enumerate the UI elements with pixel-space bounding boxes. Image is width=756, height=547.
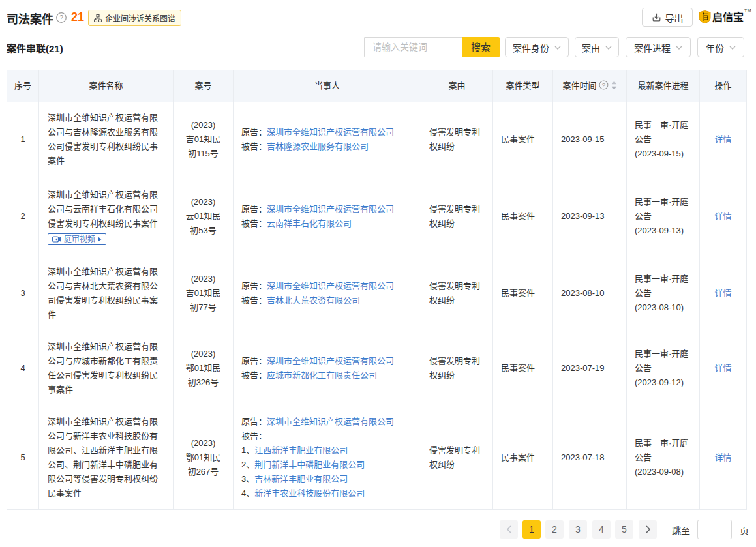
svg-text:?: ? xyxy=(602,81,605,89)
svg-text:?: ? xyxy=(59,14,63,22)
